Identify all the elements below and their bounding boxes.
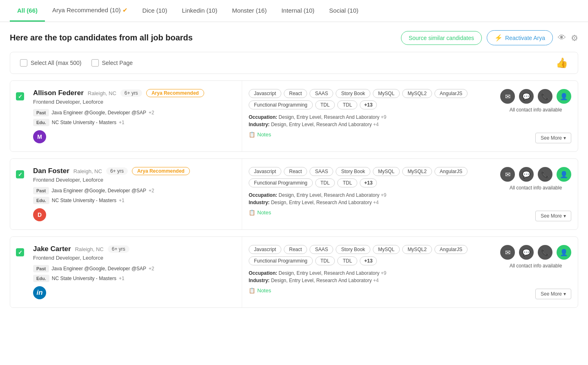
contact-icons: ✉ 💬 📞 👤	[500, 167, 571, 182]
contact-info-label: All contact info available	[500, 107, 571, 113]
skill-tag: TDL	[315, 256, 335, 265]
skill-tag: TDL	[315, 178, 335, 187]
card-left: Jake Carter Raleigh, NC 6+ yrs Frontend …	[30, 237, 242, 307]
contact-info-label: All contact info available	[500, 185, 571, 191]
phone-icon[interactable]: 📞	[538, 89, 552, 104]
contact-info-label: All contact info available	[500, 263, 571, 269]
industry-line: Industry: Design, Entry Level, Research …	[249, 278, 487, 283]
card-right: ✉ 💬 📞 👤 All contact info available See M…	[494, 237, 578, 307]
thumbs-up-icon[interactable]: 👍	[556, 57, 568, 69]
card-right: ✉ 💬 📞 👤 All contact info available See M…	[494, 81, 578, 151]
skill-tag: MySQL2	[402, 167, 432, 176]
chevron-down-icon: ▾	[564, 213, 566, 219]
candidate-card: Allison Federer Raleigh, NC 6+ yrs Arya …	[10, 80, 578, 152]
contact-section: ✉ 💬 📞 👤 All contact info available	[500, 89, 571, 113]
profile-icon[interactable]: 👤	[557, 245, 571, 260]
candidate-name-row: Jake Carter Raleigh, NC 6+ yrs	[33, 245, 235, 253]
candidate-avatar: M	[33, 130, 46, 143]
reactivate-arya-button[interactable]: ⚡ Reactivate Arya	[487, 30, 553, 45]
skill-tag: MySQL	[373, 167, 400, 176]
candidate-title: Frontend Developer, Leoforce	[33, 255, 235, 261]
tab-all[interactable]: All (66)	[10, 0, 45, 22]
notes-button[interactable]: 📋 Notes	[249, 209, 487, 216]
edu-value: NC State University - Masters	[52, 276, 116, 281]
notes-button[interactable]: 📋 Notes	[249, 287, 487, 294]
notes-label: Notes	[257, 131, 271, 138]
contact-icons: ✉ 💬 📞 👤	[500, 89, 571, 104]
eye-icon[interactable]: 👁	[558, 33, 566, 42]
past-label: Past	[33, 265, 49, 272]
select-all-label[interactable]: Select All (max 500)	[20, 59, 82, 67]
chat-icon[interactable]: 💬	[519, 245, 534, 260]
card-middle: JavascriptReactSAASStory BookMySQLMySQL2…	[242, 159, 494, 229]
candidate-name-row: Allison Federer Raleigh, NC 6+ yrs Arya …	[33, 89, 235, 97]
skill-tag-more: +13	[360, 100, 377, 109]
tab-label-linkedin: Linkedin (10)	[182, 7, 217, 14]
candidate-checkbox[interactable]	[16, 170, 24, 178]
past-label: Past	[33, 109, 49, 116]
industry-line: Industry: Design, Entry Level, Research …	[249, 122, 487, 127]
skill-tag: SAAS	[310, 245, 333, 254]
profile-icon[interactable]: 👤	[557, 167, 571, 182]
header-actions: Source similar candidates ⚡ Reactivate A…	[401, 30, 578, 45]
candidate-location: Raleigh, NC	[74, 168, 102, 174]
select-all-checkbox[interactable]	[20, 59, 27, 67]
skill-tag: MySQL2	[402, 89, 432, 98]
bolt-icon: ⚡	[494, 34, 503, 42]
edu-plus: +1	[119, 276, 125, 281]
see-more-button[interactable]: See More ▾	[535, 211, 571, 221]
tab-arya[interactable]: Arya Recommended (10)✔	[45, 0, 135, 22]
email-icon[interactable]: ✉	[500, 245, 515, 260]
select-page-label[interactable]: Select Page	[91, 59, 133, 67]
candidate-name-row: Dan Foster Raleigh, NC 6+ yrs Arya Recom…	[33, 167, 235, 175]
skill-tag-more: +13	[360, 256, 377, 265]
contact-section: ✉ 💬 📞 👤 All contact info available	[500, 167, 571, 191]
card-checkbox-area	[10, 237, 30, 307]
skill-tag: Functional Programming	[249, 100, 313, 109]
skill-tag: React	[284, 167, 307, 176]
tab-badge-arya: ✔	[122, 7, 128, 13]
skill-tag: Javascript	[249, 89, 281, 98]
skill-tag-more: +13	[360, 178, 377, 187]
see-more-button[interactable]: See More ▾	[535, 133, 571, 143]
notes-icon: 📋	[249, 287, 255, 294]
notes-button[interactable]: 📋 Notes	[249, 131, 487, 138]
candidate-avatar: in	[33, 286, 46, 299]
edu-label: Edu.	[33, 119, 49, 126]
select-page-checkbox[interactable]	[91, 59, 99, 67]
tab-linkedin[interactable]: Linkedin (10)	[174, 0, 225, 22]
arya-badge: Arya Recommended	[146, 89, 204, 97]
candidate-years: 6+ yrs	[120, 89, 142, 97]
settings-icon[interactable]: ⚙	[571, 33, 578, 43]
see-more-label: See More	[541, 135, 562, 141]
phone-icon[interactable]: 📞	[538, 167, 552, 182]
phone-icon[interactable]: 📞	[538, 245, 552, 260]
skill-tag: SAAS	[310, 167, 333, 176]
candidate-checkbox[interactable]	[16, 92, 24, 100]
tab-internal[interactable]: Internal (10)	[274, 0, 322, 22]
tab-monster[interactable]: Monster (16)	[225, 0, 274, 22]
notes-label: Notes	[257, 287, 271, 294]
page-header: Here are the top candidates from all job…	[0, 22, 588, 52]
chat-icon[interactable]: 💬	[519, 89, 534, 104]
past-row: Past Java Engineer @Google, Developer @S…	[33, 187, 235, 194]
skill-tags: JavascriptReactSAASStory BookMySQLMySQL2…	[249, 167, 487, 187]
source-similar-button[interactable]: Source similar candidates	[401, 31, 482, 45]
edu-label: Edu.	[33, 197, 49, 204]
chat-icon[interactable]: 💬	[519, 167, 534, 182]
see-more-button[interactable]: See More ▾	[535, 289, 571, 299]
tab-social[interactable]: Social (10)	[322, 0, 366, 22]
profile-icon[interactable]: 👤	[557, 89, 571, 104]
skill-tags: JavascriptReactSAASStory BookMySQLMySQL2…	[249, 245, 487, 265]
notes-icon: 📋	[249, 209, 255, 216]
email-icon[interactable]: ✉	[500, 167, 515, 182]
candidate-name: Allison Federer	[33, 89, 84, 97]
candidate-checkbox[interactable]	[16, 248, 24, 256]
occupation-line: Occupation: Design, Entry Level, Researc…	[249, 192, 487, 198]
skill-tag: AngularJS	[434, 167, 468, 176]
tab-dice[interactable]: Dice (10)	[135, 0, 175, 22]
candidate-name: Dan Foster	[33, 167, 69, 175]
candidate-years: 6+ yrs	[106, 167, 128, 175]
skill-tags: JavascriptReactSAASStory BookMySQLMySQL2…	[249, 89, 487, 109]
email-icon[interactable]: ✉	[500, 89, 515, 104]
